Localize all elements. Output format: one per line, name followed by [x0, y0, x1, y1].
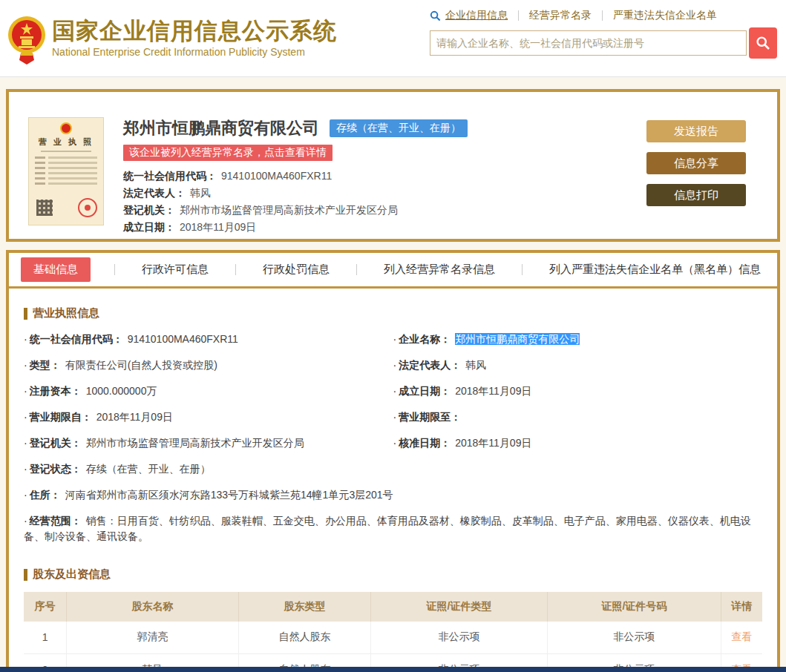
cell-detail: 查看 — [721, 622, 762, 653]
send-report-button[interactable]: 发送报告 — [646, 120, 746, 142]
field-value: 91410100MA460FXR11 — [221, 170, 332, 182]
abnormal-operations-warning-badge[interactable]: 该企业被列入经营异常名录，点击查看详情 — [123, 145, 333, 161]
field-label: 统一社会信用代码： — [123, 170, 217, 182]
shareholder-table-header: 序号股东名称股东类型证照/证件类型证照/证件号码详情 — [24, 592, 762, 622]
field-label: 成立日期： — [123, 221, 175, 233]
nav-separator — [602, 10, 603, 21]
info-value: 郑州市市场监督管理局高新技术产业开发区分局 — [86, 437, 304, 449]
share-info-button[interactable]: 信息分享 — [646, 152, 746, 174]
bullet: · — [24, 359, 27, 371]
nav-link-1[interactable]: 经营异常名录 — [529, 9, 592, 22]
info-label: 营业期限至： — [399, 411, 461, 423]
info-value: 韩风 — [465, 359, 486, 371]
bullet: · — [393, 411, 397, 423]
field-value: 2018年11月09日 — [180, 221, 256, 233]
license-info-item: ·登记状态：存续（在营、开业、在册） — [24, 456, 762, 482]
field-label: 法定代表人： — [123, 187, 186, 199]
column-header: 序号 — [24, 592, 67, 622]
search-input[interactable] — [430, 30, 747, 56]
cell-cert_no: 非公示项 — [547, 622, 721, 653]
license-section-title: 营业执照信息 — [24, 306, 762, 320]
tab-separator — [498, 264, 546, 275]
tab-3[interactable]: 列入经营异常名录信息 — [381, 257, 498, 282]
site-title: 国家企业信用信息公示系统 — [52, 19, 337, 44]
bottom-navy-bar — [0, 667, 786, 672]
status-badge: 存续（在营、开业、在册） — [330, 119, 468, 137]
bullet: · — [24, 515, 27, 527]
tab-0[interactable]: 基础信息 — [21, 257, 91, 282]
license-info-item: ·经营范围：销售：日用百货、针纺织品、服装鞋帽、五金交电、办公用品、体育用品及器… — [24, 508, 762, 550]
search-button[interactable] — [749, 27, 777, 59]
tab-1[interactable]: 行政许可信息 — [139, 257, 212, 282]
license-info-item: ·登记机关：郑州市市场监督管理局高新技术产业开发区分局 — [24, 430, 393, 456]
header-nav: 企业信用信息经营异常名录严重违法失信企业名单 — [430, 7, 777, 24]
view-detail-link[interactable]: 查看 — [731, 630, 752, 642]
bullet: · — [24, 333, 27, 345]
license-info-item: ·营业期限至： — [393, 404, 763, 430]
info-label: 登记机关： — [30, 437, 82, 449]
info-value: 1000.000000万 — [86, 385, 157, 397]
column-header: 详情 — [721, 592, 762, 622]
info-value: 有限责任公司(自然人投资或控股) — [65, 359, 217, 371]
bullet: · — [24, 411, 27, 423]
info-value: 2018年11月09日 — [455, 385, 531, 397]
license-info-grid: ·统一社会信用代码：91410100MA460FXR11·企业名称：郑州市恒鹏鼎… — [9, 320, 777, 550]
nav-links: 企业信用信息经营异常名录严重违法失信企业名单 — [445, 9, 717, 22]
bullet: · — [24, 463, 27, 475]
license-red-seal — [78, 198, 97, 217]
table-row: 1郭清亮自然人股东非公示项非公示项查看 — [24, 622, 762, 653]
column-header: 证照/证件号码 — [547, 592, 721, 622]
tab-2[interactable]: 行政处罚信息 — [260, 257, 333, 282]
info-label: 住所： — [30, 489, 61, 501]
company-field: 法定代表人：韩风 — [123, 185, 468, 202]
search-button-icon — [756, 36, 770, 50]
bullet: · — [24, 489, 27, 501]
info-label: 法定代表人： — [399, 359, 461, 371]
license-info-item: ·注册资本：1000.000000万 — [24, 378, 393, 404]
info-label: 营业期限自： — [30, 411, 92, 423]
info-value: 2018年11月09日 — [455, 437, 531, 449]
info-label: 登记状态： — [30, 463, 82, 475]
search-module: 企业信用信息经营异常名录严重违法失信企业名单 — [430, 7, 777, 59]
license-info-item: ·统一社会信用代码：91410100MA460FXR11 — [24, 326, 393, 352]
info-value: 91410100MA460FXR11 — [128, 333, 238, 345]
field-value: 韩风 — [190, 187, 211, 199]
info-value: 河南省郑州市高新区须水河东路133号万科城紫兰苑14幢1单元3层201号 — [65, 489, 393, 501]
bullet: · — [24, 437, 27, 449]
cell-cert_type: 非公示项 — [371, 622, 548, 653]
info-value: 郑州市恒鹏鼎商贸有限公司 — [455, 333, 580, 345]
bullet: · — [393, 333, 397, 345]
license-info-item: ·营业期限自：2018年11月09日 — [24, 404, 393, 430]
license-info-item: ·法定代表人：韩风 — [393, 352, 763, 378]
business-license-thumbnail[interactable]: 营 业 执 照 — [28, 117, 104, 225]
print-info-button[interactable]: 信息打印 — [646, 184, 746, 206]
license-qr-code — [36, 200, 53, 216]
nav-link-2[interactable]: 严重违法失信企业名单 — [613, 9, 717, 22]
info-label: 成立日期： — [399, 385, 451, 397]
bullet: · — [393, 359, 397, 371]
info-label: 类型： — [30, 359, 61, 371]
info-label: 企业名称： — [399, 333, 451, 345]
cell-name: 郭清亮 — [67, 622, 239, 653]
tab-4[interactable]: 列入严重违法失信企业名单（黑名单）信息 — [546, 257, 764, 282]
info-label: 核准日期： — [399, 437, 451, 449]
site-subtitle: National Enterprise Credit Information P… — [52, 47, 337, 58]
column-header: 证照/证件类型 — [371, 592, 548, 622]
bullet: · — [393, 437, 397, 449]
search-icon — [430, 10, 441, 22]
action-buttons: 发送报告信息分享信息打印 — [646, 120, 746, 216]
section-bar-icon — [24, 569, 27, 581]
info-label: 注册资本： — [30, 385, 82, 397]
company-field: 统一社会信用代码：91410100MA460FXR11 — [123, 168, 468, 185]
nav-link-0[interactable]: 企业信用信息 — [445, 9, 508, 22]
company-field: 成立日期：2018年11月09日 — [123, 219, 468, 236]
company-name: 郑州市恒鹏鼎商贸有限公司 — [123, 117, 319, 139]
detail-card: 基础信息行政许可信息行政处罚信息列入经营异常名录信息列入严重违法失信企业名单（黑… — [6, 250, 780, 672]
field-label: 登记机关： — [123, 204, 175, 216]
info-value: 销售：日用百货、针纺织品、服装鞋帽、五金交电、办公用品、体育用品及器材、橡胶制品… — [24, 515, 751, 542]
license-emblem-icon — [60, 122, 72, 134]
info-value: 2018年11月09日 — [96, 411, 173, 423]
section-bar-icon — [24, 308, 27, 320]
company-field: 登记机关：郑州市市场监督管理局高新技术产业开发区分局 — [123, 202, 468, 219]
shareholder-section-title: 股东及出资信息 — [24, 567, 762, 582]
